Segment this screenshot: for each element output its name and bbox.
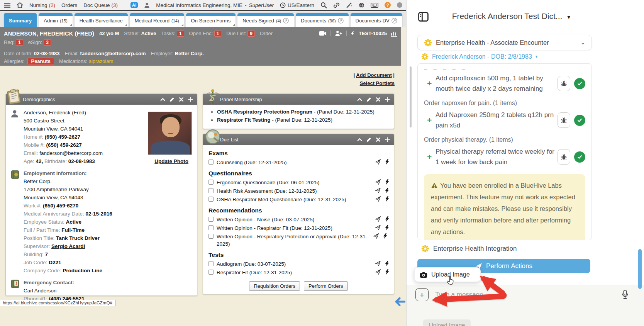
timezone-label[interactable]: US/Eastern xyxy=(288,2,314,8)
perform-now-icon[interactable] xyxy=(385,179,390,185)
perform-now-icon[interactable] xyxy=(385,188,390,193)
ai-badge[interactable]: AI xyxy=(130,2,138,8)
debug-button[interactable] xyxy=(558,149,570,165)
close-icon[interactable] xyxy=(179,97,184,102)
edit-icon[interactable] xyxy=(169,97,175,102)
due-item-checkbox[interactable] xyxy=(208,197,214,202)
send-order-icon[interactable] xyxy=(375,216,381,222)
upload-image-button[interactable]: Upload Image xyxy=(414,267,481,282)
quick-action-bolt-icon[interactable] xyxy=(351,31,355,36)
due-item-checkbox[interactable] xyxy=(208,234,214,239)
perform-now-icon[interactable] xyxy=(385,196,390,202)
tab-needs-signed[interactable]: Needs Signed(4) xyxy=(237,13,294,27)
tab-documents[interactable]: Documents(36) xyxy=(296,13,348,27)
avatar[interactable] xyxy=(397,2,402,8)
perform-now-icon[interactable] xyxy=(385,225,390,230)
session-title-dropdown[interactable]: Frederick Anderson Test Dict...▼ xyxy=(434,12,590,21)
nav-nursing[interactable]: Nursing(2) xyxy=(29,2,55,8)
tasks-count-badge[interactable]: 1 xyxy=(177,31,184,37)
tab-medical-record[interactable]: Medical Record(14) xyxy=(130,13,184,27)
perform-orders-button[interactable]: Perform Orders xyxy=(304,281,348,291)
req-count-badge[interactable]: 1 xyxy=(16,39,23,46)
move-icon[interactable] xyxy=(385,137,390,142)
edit-icon[interactable] xyxy=(366,97,371,102)
external-link-icon[interactable] xyxy=(391,18,397,24)
move-icon[interactable] xyxy=(385,97,390,102)
select-portlets-link[interactable]: Select Portlets xyxy=(360,80,395,86)
due-list-count-badge[interactable]: 9 xyxy=(247,31,255,37)
tab-summary[interactable]: Summary xyxy=(4,13,37,27)
keyboard-icon[interactable] xyxy=(371,2,378,8)
search-icon[interactable] xyxy=(320,2,327,8)
close-icon[interactable] xyxy=(376,97,381,102)
globe-icon[interactable] xyxy=(359,2,364,8)
home-icon[interactable] xyxy=(17,2,23,8)
tab-on-screen-forms[interactable]: On Screen Forms xyxy=(186,13,236,27)
collapse-icon[interactable] xyxy=(160,97,165,102)
due-item-checkbox[interactable] xyxy=(208,217,214,222)
send-order-icon[interactable] xyxy=(375,261,381,266)
chevron-down-icon[interactable]: ⌄ xyxy=(580,39,585,46)
perform-now-icon[interactable] xyxy=(385,216,390,222)
collapse-icon[interactable] xyxy=(357,97,362,102)
collapse-panel-arrow[interactable] xyxy=(395,297,405,307)
home-phone: (650) 459-2627 xyxy=(45,134,80,140)
esign-count-badge[interactable]: 3 xyxy=(44,39,51,46)
add-person-icon[interactable] xyxy=(335,31,342,36)
nav-doc-queue[interactable]: Doc Queue(3) xyxy=(83,2,118,8)
open-enc-count-badge[interactable]: 1 xyxy=(214,31,222,37)
patient-name-link[interactable]: Anderson, Frederick (Fred) xyxy=(24,110,86,115)
perform-now-icon[interactable] xyxy=(383,233,388,239)
encounter-card[interactable]: Enterprise Health - Associate Encounter … xyxy=(417,35,592,50)
requisition-orders-button[interactable]: Requisition Orders xyxy=(249,281,300,291)
medications-value[interactable]: alprazolam xyxy=(89,58,114,64)
send-order-icon[interactable] xyxy=(375,159,381,165)
panel-scrollbar-thumb[interactable] xyxy=(638,249,642,289)
video-visit-icon[interactable] xyxy=(319,31,327,36)
debug-button[interactable] xyxy=(558,112,570,128)
move-icon[interactable] xyxy=(188,97,193,102)
order-link[interactable]: Order xyxy=(260,31,273,36)
send-order-icon[interactable] xyxy=(375,269,381,275)
help-icon[interactable]: ? xyxy=(385,2,391,8)
due-item-checkbox[interactable] xyxy=(208,188,214,193)
due-item-checkbox[interactable] xyxy=(208,180,214,185)
tab-admin[interactable]: Admin(15) xyxy=(39,13,72,27)
due-item-checkbox[interactable] xyxy=(208,270,214,275)
microphone-icon[interactable] xyxy=(622,290,629,299)
due-item-checkbox[interactable] xyxy=(208,160,214,165)
tab-health-surveillance[interactable]: Health Surveillance xyxy=(75,13,128,27)
link-icon[interactable] xyxy=(333,2,340,8)
close-icon[interactable] xyxy=(376,137,381,142)
perform-now-icon[interactable] xyxy=(385,159,390,165)
due-item-checkbox[interactable] xyxy=(208,225,214,230)
nav-orders[interactable]: Orders xyxy=(61,2,77,8)
send-order-icon[interactable] xyxy=(373,233,379,239)
wand-icon[interactable] xyxy=(346,2,353,8)
allergy-badge[interactable]: Peanuts xyxy=(27,58,54,65)
collapse-icon[interactable] xyxy=(357,137,362,142)
attach-plus-button[interactable]: + xyxy=(415,288,429,301)
bug-icon xyxy=(561,80,567,87)
external-link-icon[interactable] xyxy=(338,18,344,24)
send-order-icon[interactable] xyxy=(375,196,381,202)
patient-dob-dropdown[interactable]: Frederick Anderson - DOB: 2/8/1983 ▾ xyxy=(421,53,537,60)
add-document-link[interactable]: Add Document xyxy=(356,72,391,78)
chat-scrollbar-thumb[interactable] xyxy=(410,66,412,127)
edit-icon[interactable] xyxy=(366,137,371,142)
debug-button[interactable] xyxy=(558,76,570,91)
send-order-icon[interactable] xyxy=(375,188,381,193)
send-order-icon[interactable] xyxy=(375,179,381,185)
send-order-icon[interactable] xyxy=(375,225,381,230)
message-input[interactable] xyxy=(435,289,613,301)
tab-documents-dv[interactable]: Documents-DV xyxy=(351,13,402,27)
perform-now-icon[interactable] xyxy=(385,269,390,275)
due-item-checkbox[interactable] xyxy=(208,261,214,266)
chart-stats-icon[interactable] xyxy=(391,31,397,37)
hamburger-menu-icon[interactable] xyxy=(4,2,10,8)
external-link-icon[interactable] xyxy=(283,18,289,24)
supervisor-link[interactable]: Sergio Acardi xyxy=(51,243,85,249)
update-photo-link[interactable]: Update Photo xyxy=(154,157,188,165)
sidebar-toggle-icon[interactable] xyxy=(418,12,429,22)
perform-now-icon[interactable] xyxy=(385,261,390,266)
